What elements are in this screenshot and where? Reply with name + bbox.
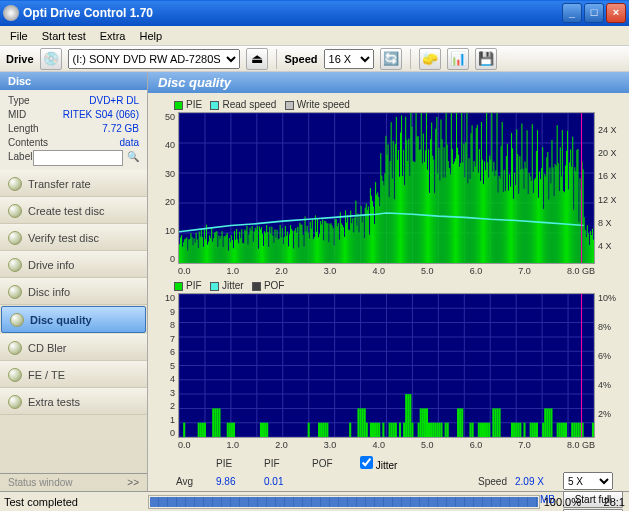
- svg-rect-388: [558, 163, 559, 263]
- svg-rect-548: [575, 423, 577, 437]
- svg-rect-399: [569, 162, 570, 263]
- erase-icon[interactable]: 🧽: [419, 48, 441, 70]
- svg-rect-141: [301, 225, 302, 263]
- svg-rect-338: [506, 156, 507, 263]
- svg-rect-295: [461, 113, 462, 263]
- maximize-button[interactable]: □: [584, 3, 604, 23]
- svg-rect-272: [437, 173, 438, 263]
- svg-rect-467: [264, 423, 266, 437]
- svg-rect-421: [592, 229, 593, 263]
- svg-rect-309: [476, 128, 477, 263]
- svg-rect-46: [203, 247, 204, 263]
- jitter-checkbox[interactable]: [360, 456, 373, 469]
- svg-rect-130: [290, 225, 291, 263]
- svg-rect-128: [288, 246, 289, 263]
- save-icon[interactable]: 💾: [475, 48, 497, 70]
- speed-select[interactable]: 16 X: [324, 49, 374, 69]
- drive-select[interactable]: (I:) SONY DVD RW AD-7280S 1.60: [68, 49, 240, 69]
- svg-rect-323: [490, 159, 491, 263]
- svg-rect-408: [578, 222, 579, 263]
- svg-rect-28: [184, 239, 185, 263]
- svg-rect-293: [459, 167, 460, 263]
- sidebar-item-cd-bler[interactable]: CD Bler: [0, 334, 147, 361]
- type-label: Type: [8, 94, 30, 108]
- sidebar-item-verify-test-disc[interactable]: Verify test disc: [0, 224, 147, 251]
- svg-rect-163: [324, 221, 325, 263]
- svg-rect-283: [449, 168, 450, 263]
- refresh-icon[interactable]: 🔄: [380, 48, 402, 70]
- svg-rect-492: [403, 423, 405, 437]
- col-pie: PIE: [216, 458, 264, 469]
- svg-rect-515: [472, 423, 474, 437]
- svg-rect-481: [370, 423, 372, 437]
- svg-rect-97: [256, 230, 257, 263]
- svg-rect-344: [512, 148, 513, 263]
- svg-rect-259: [424, 162, 425, 263]
- sidebar-item-disc-info[interactable]: Disc info: [0, 278, 147, 305]
- svg-rect-484: [376, 423, 378, 437]
- menu-start-test[interactable]: Start test: [36, 28, 92, 44]
- svg-rect-53: [210, 238, 211, 263]
- svg-rect-494: [407, 394, 409, 437]
- sidebar-item-fe-te[interactable]: FE / TE: [0, 361, 147, 388]
- svg-rect-63: [221, 236, 222, 263]
- svg-rect-405: [575, 171, 576, 263]
- status-window-toggle[interactable]: Status window>>: [0, 473, 147, 491]
- svg-rect-251: [416, 113, 417, 263]
- menu-help[interactable]: Help: [133, 28, 168, 44]
- svg-rect-386: [556, 166, 557, 263]
- svg-rect-266: [431, 122, 432, 263]
- svg-rect-228: [392, 179, 393, 263]
- svg-rect-461: [227, 423, 229, 437]
- disc-label-input[interactable]: [33, 150, 123, 166]
- svg-rect-414: [585, 230, 586, 263]
- svg-rect-37: [194, 238, 195, 263]
- svg-rect-532: [530, 423, 532, 437]
- sidebar-item-extra-tests[interactable]: Extra tests: [0, 388, 147, 415]
- chart-icon[interactable]: 📊: [447, 48, 469, 70]
- svg-rect-24: [180, 237, 181, 263]
- svg-rect-507: [438, 423, 440, 437]
- svg-rect-195: [357, 214, 358, 263]
- svg-rect-40: [197, 239, 198, 263]
- menu-file[interactable]: File: [4, 28, 34, 44]
- svg-rect-150: [311, 229, 312, 263]
- label-edit-icon[interactable]: 🔍: [127, 150, 139, 166]
- sidebar-item-create-test-disc[interactable]: Create test disc: [0, 197, 147, 224]
- svg-rect-23: [179, 244, 180, 263]
- svg-rect-151: [312, 219, 313, 263]
- svg-rect-223: [387, 154, 388, 263]
- svg-rect-273: [438, 148, 439, 263]
- svg-rect-324: [491, 113, 492, 263]
- svg-rect-322: [489, 156, 490, 263]
- svg-rect-496: [411, 423, 413, 437]
- svg-rect-43: [200, 237, 201, 263]
- svg-rect-298: [464, 177, 465, 263]
- svg-rect-110: [269, 227, 270, 263]
- menu-extra[interactable]: Extra: [94, 28, 132, 44]
- drive-icon[interactable]: 💿: [40, 48, 62, 70]
- minimize-button[interactable]: _: [562, 3, 582, 23]
- svg-rect-49: [206, 225, 207, 263]
- svg-rect-174: [336, 219, 337, 263]
- speed-limit-select[interactable]: 5 X: [563, 472, 613, 490]
- close-button[interactable]: ×: [606, 3, 626, 23]
- eject-icon[interactable]: ⏏: [246, 48, 268, 70]
- svg-rect-159: [320, 221, 321, 263]
- svg-rect-222: [385, 136, 386, 263]
- sidebar-item-drive-info[interactable]: Drive info: [0, 251, 147, 278]
- svg-rect-239: [403, 150, 404, 263]
- svg-rect-101: [260, 229, 261, 263]
- svg-rect-468: [266, 423, 268, 437]
- svg-rect-359: [528, 194, 529, 263]
- svg-rect-36: [192, 245, 193, 263]
- sidebar-item-label: Create test disc: [28, 205, 104, 217]
- sidebar-item-label: Transfer rate: [28, 178, 91, 190]
- sidebar-item-disc-quality[interactable]: Disc quality: [1, 306, 146, 333]
- sidebar-item-transfer-rate[interactable]: Transfer rate: [0, 170, 147, 197]
- svg-rect-209: [372, 201, 373, 263]
- svg-rect-113: [272, 235, 273, 263]
- svg-rect-56: [213, 238, 214, 263]
- svg-rect-27: [183, 242, 184, 263]
- chart1-legend: PIE Read speed Write speed: [174, 99, 623, 110]
